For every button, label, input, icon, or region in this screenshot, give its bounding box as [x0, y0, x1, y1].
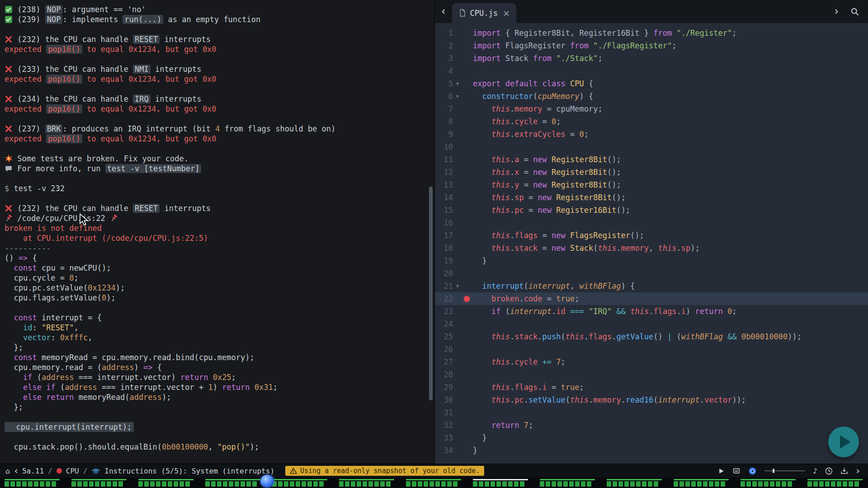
- line-number[interactable]: 2: [435, 39, 453, 52]
- line-number[interactable]: 11: [435, 153, 453, 166]
- clock-icon[interactable]: [825, 467, 833, 475]
- line-number[interactable]: 3: [435, 52, 453, 65]
- editor-line-30[interactable]: 30 this.pc.setValue(this.memory.read16(i…: [435, 394, 868, 406]
- line-number[interactable]: 34: [435, 444, 453, 457]
- line-number[interactable]: 19: [435, 254, 453, 267]
- line-number[interactable]: 6: [435, 90, 453, 103]
- line-number[interactable]: 8: [435, 115, 453, 128]
- line-number[interactable]: 4: [435, 65, 453, 77]
- line-number[interactable]: 20: [435, 267, 453, 280]
- editor-line-5[interactable]: 5▾export default class CPU {: [435, 77, 868, 90]
- fold-chevron-icon[interactable]: ▾: [453, 90, 462, 103]
- level-group-5[interactable]: [272, 479, 327, 488]
- editor-line-32[interactable]: 32 return 7;: [435, 419, 868, 432]
- level-group-7[interactable]: [406, 479, 461, 488]
- line-number[interactable]: 1: [435, 27, 453, 39]
- editor-line-24[interactable]: 24: [435, 318, 868, 330]
- tab-cpu-js[interactable]: CPU.js ×: [452, 3, 516, 23]
- line-number[interactable]: 13: [435, 178, 453, 191]
- editor-line-18[interactable]: 18 this.stack = new Stack(this.memory, t…: [435, 242, 868, 254]
- editor-line-10[interactable]: 10: [435, 141, 868, 153]
- editor-line-25[interactable]: 25 this.stack.push(this.flags.getValue()…: [435, 330, 868, 343]
- line-number[interactable]: 18: [435, 242, 453, 254]
- search-icon[interactable]: [846, 7, 863, 16]
- line-number[interactable]: 26: [435, 343, 453, 356]
- line-number[interactable]: 29: [435, 381, 453, 394]
- line-number[interactable]: 23: [435, 305, 453, 318]
- editor-line-15[interactable]: 15 this.pc = new Register16Bit();: [435, 204, 868, 216]
- back-icon[interactable]: ‹: [14, 466, 18, 475]
- line-number[interactable]: 32: [435, 419, 453, 432]
- level-group-8[interactable]: [473, 479, 528, 488]
- breadcrumb-module[interactable]: CPU: [66, 467, 79, 475]
- editor-line-19[interactable]: 19 }: [435, 254, 868, 267]
- breakpoint-gutter[interactable]: [462, 292, 473, 305]
- line-number[interactable]: 7: [435, 103, 453, 115]
- fold-chevron-icon[interactable]: ▾: [453, 280, 462, 292]
- editor-line-23[interactable]: 23 if (interrupt.id === "IRQ" && this.fl…: [435, 305, 868, 318]
- editor-line-22[interactable]: 22 broken.code = true;: [435, 292, 868, 305]
- editor-line-11[interactable]: 11 this.a = new Register8Bit();: [435, 153, 868, 166]
- level-group-10[interactable]: [607, 479, 662, 488]
- play-icon[interactable]: [718, 468, 725, 474]
- home-icon[interactable]: ⌂: [5, 467, 10, 475]
- level-group-4[interactable]: [205, 479, 260, 488]
- editor-line-20[interactable]: 20: [435, 267, 868, 280]
- keyboard-icon[interactable]: [732, 467, 741, 474]
- run-button[interactable]: [828, 427, 859, 457]
- editor-line-12[interactable]: 12 this.x = new Register8Bit();: [435, 166, 868, 178]
- line-number[interactable]: 30: [435, 394, 453, 406]
- line-number[interactable]: 25: [435, 330, 453, 343]
- tabs-back-icon[interactable]: ‹: [435, 0, 452, 23]
- editor-line-14[interactable]: 14 this.sp = new Register8Bit();: [435, 191, 868, 204]
- line-number[interactable]: 16: [435, 216, 453, 229]
- editor-line-26[interactable]: 26: [435, 343, 868, 356]
- level-group-2[interactable]: [71, 479, 127, 488]
- level-group-11[interactable]: [674, 479, 729, 488]
- editor-line-7[interactable]: 7 this.memory = cpuMemory;: [435, 103, 868, 115]
- breakpoint-icon[interactable]: [464, 296, 470, 302]
- line-number[interactable]: 28: [435, 368, 453, 381]
- line-number[interactable]: 22: [435, 292, 453, 305]
- editor-line-17[interactable]: 17 this.flags = new FlagsRegister();: [435, 229, 868, 242]
- editor-line-6[interactable]: 6▾ constructor(cpuMemory) {: [435, 90, 868, 103]
- level-group-13[interactable]: [807, 479, 863, 488]
- line-number[interactable]: 5: [435, 77, 453, 90]
- level-group-6[interactable]: [339, 479, 394, 488]
- editor-line-4[interactable]: 4: [435, 65, 868, 77]
- line-number[interactable]: 15: [435, 204, 453, 216]
- editor-line-29[interactable]: 29 this.flags.i = true;: [435, 381, 868, 394]
- editor-line-2[interactable]: 2import FlagsRegister from "./FlagsRegis…: [435, 39, 868, 52]
- editor-line-3[interactable]: 3import Stack from "./Stack";: [435, 52, 868, 65]
- editor-line-34[interactable]: 34}: [435, 444, 868, 457]
- editor-line-16[interactable]: 16: [435, 216, 868, 229]
- tray-icon[interactable]: [840, 467, 848, 475]
- line-number[interactable]: 27: [435, 356, 453, 368]
- music-note-icon[interactable]: ♪: [813, 467, 817, 475]
- breadcrumb-lesson[interactable]: Instructions (5/5): System (interrupts): [104, 467, 274, 475]
- line-number[interactable]: 24: [435, 318, 453, 330]
- readonly-warning-badge[interactable]: Using a read-only snapshot of your old c…: [285, 466, 484, 476]
- level-group-1[interactable]: [5, 479, 60, 488]
- editor-line-31[interactable]: 31: [435, 406, 868, 419]
- editor-line-8[interactable]: 8 this.cycle = 0;: [435, 115, 868, 128]
- close-icon[interactable]: ×: [502, 8, 510, 18]
- editor-line-28[interactable]: 28: [435, 368, 868, 381]
- editor-line-1[interactable]: 1import { Register8Bit, Register16Bit } …: [435, 27, 868, 39]
- level-group-9[interactable]: [540, 479, 595, 488]
- fold-chevron-icon[interactable]: ▾: [453, 77, 462, 90]
- chevron-right-icon[interactable]: ›: [856, 466, 860, 475]
- editor-line-33[interactable]: 33 }: [435, 432, 868, 444]
- line-number[interactable]: 33: [435, 432, 453, 444]
- line-number[interactable]: 9: [435, 128, 453, 141]
- level-group-12[interactable]: [741, 479, 796, 488]
- line-number[interactable]: 31: [435, 406, 453, 419]
- editor-line-9[interactable]: 9 this.extraCycles = 0;: [435, 128, 868, 141]
- editor-line-13[interactable]: 13 this.y = new Register8Bit();: [435, 178, 868, 191]
- disc-icon[interactable]: [748, 467, 757, 475]
- tabs-forward-icon[interactable]: ›: [830, 0, 843, 23]
- volume-icon[interactable]: [764, 468, 805, 474]
- editor-line-21[interactable]: 21▾ interrupt(interrupt, withBFlag) {: [435, 280, 868, 292]
- terminal-scrollbar[interactable]: [429, 187, 433, 400]
- breadcrumb-course-id[interactable]: 5a.11: [22, 467, 44, 475]
